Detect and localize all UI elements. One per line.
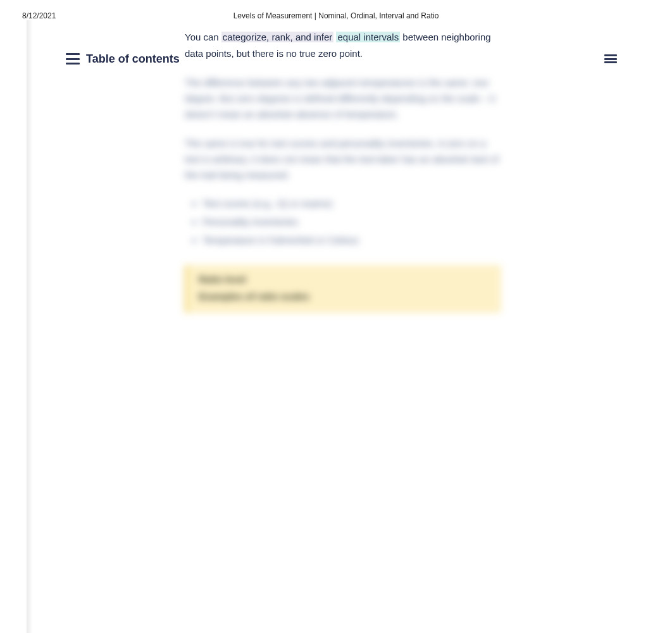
page-container: Table of contents You can categorize, ra… <box>33 20 653 633</box>
toc-label: Table of contents <box>86 52 180 66</box>
list-icon <box>66 53 80 65</box>
callout-box: Ratio level Examples of ratio scales <box>185 265 501 313</box>
highlight-equal-intervals: equal intervals <box>336 32 400 42</box>
blurred-list: Test scores (e.g., IQ or exams) Personal… <box>185 195 501 249</box>
callout-subtitle: Examples of ratio scales <box>199 291 490 302</box>
page-shadow <box>27 20 33 633</box>
list-item: Personality inventories <box>202 213 501 230</box>
blurred-paragraph-2: The same is true for test scores and per… <box>185 136 501 183</box>
article-content: You can categorize, rank, and infer equa… <box>185 29 501 313</box>
intro-text-prefix: You can <box>185 32 221 42</box>
menu-icon[interactable] <box>601 49 620 68</box>
highlight-categorize: categorize, rank, and infer <box>221 32 333 42</box>
list-item: Test scores (e.g., IQ or exams) <box>202 195 501 212</box>
list-item: Temperature in Fahrenheit or Celsius <box>202 231 501 249</box>
callout-title: Ratio level <box>199 274 490 285</box>
blurred-paragraph-1: The difference between any two adjacent … <box>185 75 501 122</box>
print-date: 8/12/2021 <box>22 11 56 20</box>
intro-paragraph: You can categorize, rank, and infer equa… <box>185 29 501 61</box>
print-page-title: Levels of Measurement | Nominal, Ordinal… <box>233 11 439 20</box>
blurred-region: The difference between any two adjacent … <box>185 75 501 313</box>
